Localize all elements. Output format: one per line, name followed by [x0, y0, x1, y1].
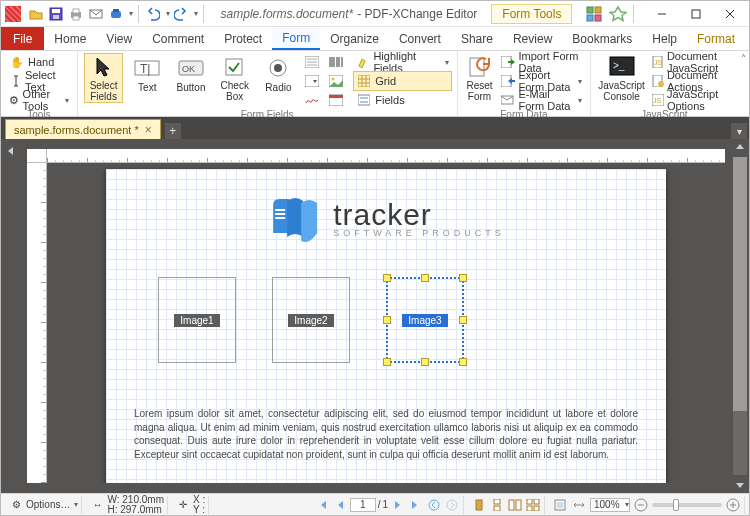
resize-handle[interactable] [421, 358, 429, 366]
zoom-value[interactable]: 100%▾ [590, 498, 630, 512]
minimize-button[interactable] [645, 3, 679, 25]
crosshair-icon: ✛ [175, 497, 191, 513]
status-bar: ⚙Options…▾ ↔ W: 210.0mm H: 297.0mm ✛ X :… [1, 493, 749, 515]
date-button[interactable] [326, 91, 346, 109]
layout-single-icon[interactable] [471, 497, 487, 513]
page-total: 1 [382, 499, 388, 510]
new-tab-button[interactable]: + [165, 123, 181, 139]
highlight-fields[interactable]: Highlight Fields▾ [354, 53, 450, 71]
dropdown-button[interactable] [302, 72, 322, 90]
scroll-thumb[interactable] [733, 157, 747, 411]
nav-back-icon[interactable] [426, 497, 442, 513]
logo-text: tracker [333, 198, 505, 232]
zoom-slider-knob[interactable] [673, 499, 679, 511]
ui-toggle-2-icon[interactable] [606, 2, 630, 26]
tab-arrange[interactable]: Arrange [745, 27, 750, 50]
tab-organize[interactable]: Organize [320, 27, 389, 50]
reset-form-button[interactable]: ResetForm [464, 53, 496, 103]
tab-protect[interactable]: Protect [214, 27, 272, 50]
resize-handle[interactable] [383, 274, 391, 282]
zoom-out-icon[interactable] [633, 497, 649, 513]
tab-home[interactable]: Home [44, 27, 96, 50]
text-field-button[interactable]: T| Text [127, 53, 167, 103]
scan-icon[interactable] [107, 5, 125, 23]
maximize-button[interactable] [679, 3, 713, 25]
form-field-image3[interactable]: Image3 [386, 277, 464, 363]
left-pane-toggle-icon[interactable] [3, 143, 19, 159]
redo-dropdown-icon[interactable]: ▾ [194, 9, 198, 18]
email-icon[interactable] [87, 5, 105, 23]
close-tab-icon[interactable]: × [145, 123, 152, 137]
grid-toggle[interactable]: Grid [354, 72, 450, 90]
vertical-scrollbar[interactable] [731, 139, 749, 493]
zoom-slider[interactable] [652, 503, 722, 507]
radio-field-button[interactable]: Radio [259, 53, 299, 103]
js-console-button[interactable]: >_ JavaScriptConsole [597, 53, 646, 103]
page-number-input[interactable]: 1 [350, 498, 376, 512]
layout-two-icon[interactable] [507, 497, 523, 513]
fit-page-icon[interactable] [552, 497, 568, 513]
form-field-image2[interactable]: Image2 [272, 277, 350, 363]
barcode-button[interactable] [326, 53, 346, 71]
signature-button[interactable] [302, 91, 322, 109]
ruler-vertical[interactable] [27, 163, 47, 483]
select-fields-button[interactable]: SelectFields [84, 53, 124, 103]
zoom-in-icon[interactable] [725, 497, 741, 513]
next-page-icon[interactable] [390, 497, 406, 513]
close-button[interactable] [713, 3, 747, 25]
page[interactable]: tracker SOFTWARE PRODUCTS Image1 Image2 … [106, 169, 666, 483]
prev-page-icon[interactable] [332, 497, 348, 513]
image-button[interactable] [326, 72, 346, 90]
resize-handle[interactable] [383, 358, 391, 366]
ui-toggle-1-icon[interactable] [582, 2, 606, 26]
javascript-options[interactable]: JSJavaScript Options [650, 91, 732, 109]
layout-two-cont-icon[interactable] [525, 497, 541, 513]
document-tab-label: sample.forms.document * [14, 124, 139, 136]
open-icon[interactable] [27, 5, 45, 23]
save-icon[interactable] [47, 5, 65, 23]
scroll-track[interactable] [733, 157, 747, 475]
last-page-icon[interactable] [408, 497, 424, 513]
qat-dropdown-icon[interactable]: ▾ [129, 9, 133, 18]
tab-file[interactable]: File [1, 27, 44, 50]
document-tab[interactable]: sample.forms.document * × [5, 119, 161, 139]
undo-icon[interactable] [144, 5, 162, 23]
undo-dropdown-icon[interactable]: ▾ [166, 9, 170, 18]
tab-share[interactable]: Share [451, 27, 503, 50]
tab-comment[interactable]: Comment [142, 27, 214, 50]
scroll-up-icon[interactable] [732, 139, 748, 155]
redo-icon[interactable] [172, 5, 190, 23]
print-icon[interactable] [67, 5, 85, 23]
fit-width-icon[interactable] [571, 497, 587, 513]
button-field-button[interactable]: OK Button [171, 53, 211, 103]
layout-cont-icon[interactable] [489, 497, 505, 513]
first-page-icon[interactable] [314, 497, 330, 513]
tabstrip-menu-icon[interactable]: ▾ [731, 123, 747, 139]
tab-review[interactable]: Review [503, 27, 562, 50]
checkbox-field-button[interactable]: CheckBox [215, 53, 255, 103]
resize-handle[interactable] [459, 274, 467, 282]
tab-help[interactable]: Help [642, 27, 687, 50]
tab-form[interactable]: Form [272, 27, 320, 50]
listbox-button[interactable] [302, 53, 322, 71]
options-button[interactable]: ⚙Options…▾ [5, 496, 82, 514]
nav-fwd-icon[interactable] [444, 497, 460, 513]
ruler-horizontal[interactable] [47, 149, 725, 163]
email-form-data[interactable]: E-Mail Form Data▾ [499, 91, 584, 109]
svg-point-26 [274, 64, 282, 72]
resize-handle[interactable] [459, 358, 467, 366]
resize-handle[interactable] [421, 274, 429, 282]
collapse-ribbon-icon[interactable]: ˄ [741, 53, 746, 64]
layout-modes [468, 496, 545, 514]
tab-bookmarks[interactable]: Bookmarks [562, 27, 642, 50]
other-tools[interactable]: ⚙Other Tools▾ [7, 91, 71, 109]
scroll-down-icon[interactable] [732, 477, 748, 493]
resize-handle[interactable] [383, 316, 391, 324]
tab-format[interactable]: Format [687, 27, 745, 50]
form-field-image1[interactable]: Image1 [158, 277, 236, 363]
canvas[interactable]: tracker SOFTWARE PRODUCTS Image1 Image2 … [21, 139, 731, 493]
resize-handle[interactable] [459, 316, 467, 324]
tab-convert[interactable]: Convert [389, 27, 451, 50]
tab-view[interactable]: View [96, 27, 142, 50]
fields-pane[interactable]: Fields [354, 91, 450, 109]
